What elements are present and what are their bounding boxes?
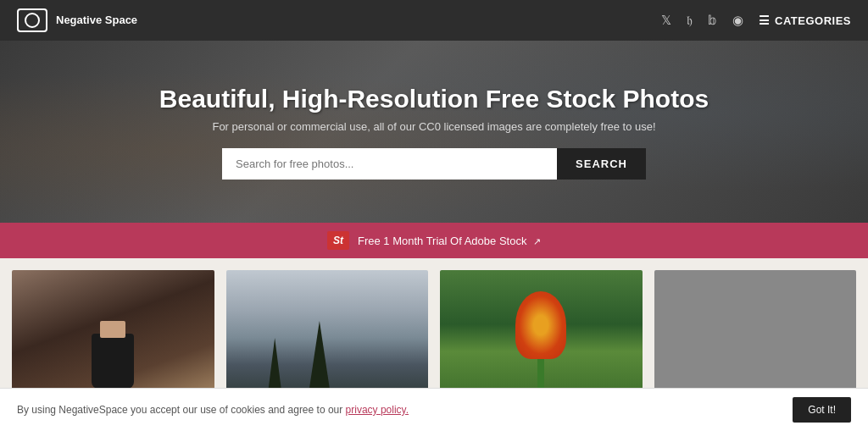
photo-nature-background [440,270,643,406]
cookie-banner: By using NegativeSpace you accept our us… [0,388,868,417]
twitter-icon[interactable]: 𝕏 [661,13,671,28]
photo-card-food[interactable]: FOOD, PEOPLE 👁 119 [12,270,214,406]
pinterest-icon[interactable]: 𝕓 [708,13,717,28]
categories-label: CATEGORIES [775,14,851,27]
categories-button[interactable]: ☰ CATEGORIES [759,14,852,27]
external-link-icon: ↗ [533,236,541,246]
hero-title: Beautiful, High-Resolution Free Stock Ph… [17,85,851,113]
instagram-icon[interactable]: ◉ [732,13,743,28]
privacy-policy-link[interactable]: privacy policy. [346,404,409,416]
facebook-icon[interactable]: 𝔥 [687,13,693,28]
adobe-text: Free 1 Month Trial Of Adobe Stock ↗ [358,235,541,247]
search-input[interactable] [222,148,557,180]
photo-empty-background [654,270,857,406]
logo[interactable]: Negative Space [17,8,137,32]
photo-card-empty [654,270,857,406]
search-button[interactable]: SEARCH [557,148,646,180]
nav-right: 𝕏 𝔥 𝕓 ◉ ☰ CATEGORIES [661,13,852,28]
photo-card-nature[interactable]: NATURE 👁 113 [440,270,643,406]
hero-content: Beautiful, High-Resolution Free Stock Ph… [17,85,851,180]
hamburger-icon: ☰ [759,14,771,27]
search-bar: SEARCH [222,148,646,180]
logo-icon [17,8,47,32]
adobe-badge: St [327,231,349,250]
header: Negative Space 𝕏 𝔥 𝕓 ◉ ☰ CATEGORIES [0,0,868,41]
cookie-text: By using NegativeSpace you accept our us… [17,404,409,416]
hero-section: Beautiful, High-Resolution Free Stock Ph… [0,41,868,223]
hero-subtitle: For personal or commercial use, all of o… [17,120,851,133]
photo-food-background [12,270,214,406]
photo-landscape-background [226,270,429,406]
photo-card-landscape[interactable]: LANDSCAPES 👁 114 [226,270,429,406]
adobe-banner[interactable]: St Free 1 Month Trial Of Adobe Stock ↗ [0,223,868,258]
site-name: Negative Space [56,14,137,27]
cookie-accept-button[interactable]: Got It! [793,397,851,417]
